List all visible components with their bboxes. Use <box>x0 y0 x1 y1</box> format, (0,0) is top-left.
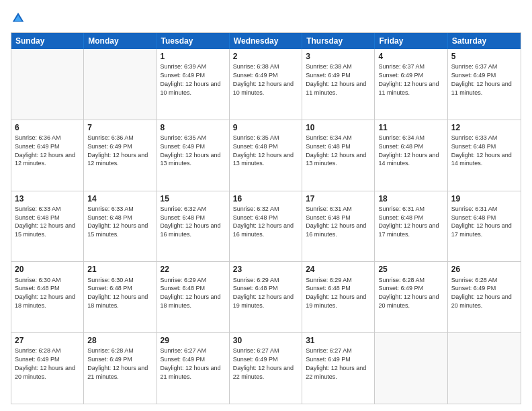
day-number: 16 <box>233 193 298 204</box>
table-row: 28Sunrise: 6:28 AMSunset: 6:49 PMDayligh… <box>84 333 157 404</box>
day-number: 13 <box>15 193 80 204</box>
table-row: 5Sunrise: 6:37 AMSunset: 6:49 PMDaylight… <box>448 49 521 120</box>
table-row: 25Sunrise: 6:28 AMSunset: 6:49 PMDayligh… <box>375 262 447 332</box>
cell-details: Sunrise: 6:31 AMSunset: 6:48 PMDaylight:… <box>451 205 512 238</box>
day-number: 14 <box>87 193 152 204</box>
table-row: 12Sunrise: 6:33 AMSunset: 6:48 PMDayligh… <box>448 120 521 191</box>
cell-details: Sunrise: 6:35 AMSunset: 6:49 PMDaylight:… <box>161 134 221 167</box>
logo-icon <box>11 11 26 26</box>
calendar-body: 1Sunrise: 6:39 AMSunset: 6:49 PMDaylight… <box>11 49 521 404</box>
cell-details: Sunrise: 6:27 AMSunset: 6:49 PMDaylight:… <box>161 347 221 379</box>
day-number: 23 <box>233 264 298 275</box>
day-number: 6 <box>15 122 80 133</box>
header-day-friday: Friday <box>375 33 447 49</box>
cell-details: Sunrise: 6:35 AMSunset: 6:48 PMDaylight:… <box>233 134 294 167</box>
day-number: 29 <box>161 335 226 346</box>
table-row: 24Sunrise: 6:29 AMSunset: 6:48 PMDayligh… <box>302 262 375 332</box>
table-row: 6Sunrise: 6:36 AMSunset: 6:49 PMDaylight… <box>11 120 84 191</box>
day-number: 11 <box>378 122 443 133</box>
day-number: 30 <box>233 335 298 346</box>
table-row: 22Sunrise: 6:29 AMSunset: 6:48 PMDayligh… <box>157 262 230 332</box>
cell-details: Sunrise: 6:27 AMSunset: 6:49 PMDaylight:… <box>306 347 366 379</box>
cell-details: Sunrise: 6:30 AMSunset: 6:48 PMDaylight:… <box>15 277 75 309</box>
page: SundayMondayTuesdayWednesdayThursdayFrid… <box>0 0 532 411</box>
day-number: 31 <box>306 335 371 346</box>
cell-details: Sunrise: 6:31 AMSunset: 6:48 PMDaylight:… <box>378 205 439 238</box>
day-number: 15 <box>161 193 226 204</box>
cell-details: Sunrise: 6:33 AMSunset: 6:48 PMDaylight:… <box>15 205 75 238</box>
header-day-saturday: Saturday <box>448 33 521 49</box>
cell-details: Sunrise: 6:27 AMSunset: 6:49 PMDaylight:… <box>233 347 294 379</box>
day-number: 25 <box>378 264 443 275</box>
table-row: 11Sunrise: 6:34 AMSunset: 6:48 PMDayligh… <box>375 120 447 191</box>
cell-details: Sunrise: 6:28 AMSunset: 6:49 PMDaylight:… <box>15 347 75 379</box>
table-row <box>84 49 157 120</box>
calendar-week-5: 27Sunrise: 6:28 AMSunset: 6:49 PMDayligh… <box>11 332 521 404</box>
table-row: 26Sunrise: 6:28 AMSunset: 6:49 PMDayligh… <box>448 262 521 332</box>
table-row: 15Sunrise: 6:32 AMSunset: 6:48 PMDayligh… <box>157 191 230 262</box>
table-row: 8Sunrise: 6:35 AMSunset: 6:49 PMDaylight… <box>157 120 230 191</box>
logo <box>11 11 28 26</box>
header-day-monday: Monday <box>84 33 157 49</box>
day-number: 4 <box>378 51 443 62</box>
table-row: 10Sunrise: 6:34 AMSunset: 6:48 PMDayligh… <box>302 120 375 191</box>
table-row: 19Sunrise: 6:31 AMSunset: 6:48 PMDayligh… <box>448 191 521 262</box>
table-row <box>11 49 84 120</box>
table-row: 20Sunrise: 6:30 AMSunset: 6:48 PMDayligh… <box>11 262 84 332</box>
day-number: 1 <box>161 51 226 62</box>
calendar-week-2: 6Sunrise: 6:36 AMSunset: 6:49 PMDaylight… <box>11 120 521 191</box>
day-number: 10 <box>306 122 371 133</box>
day-number: 22 <box>161 264 226 275</box>
table-row: 1Sunrise: 6:39 AMSunset: 6:49 PMDaylight… <box>157 49 230 120</box>
day-number: 24 <box>306 264 371 275</box>
day-number: 3 <box>306 51 371 62</box>
cell-details: Sunrise: 6:34 AMSunset: 6:48 PMDaylight:… <box>306 134 366 167</box>
table-row: 30Sunrise: 6:27 AMSunset: 6:49 PMDayligh… <box>230 333 302 404</box>
table-row: 21Sunrise: 6:30 AMSunset: 6:48 PMDayligh… <box>84 262 157 332</box>
header-day-wednesday: Wednesday <box>230 33 302 49</box>
day-number: 9 <box>233 122 298 133</box>
calendar-week-4: 20Sunrise: 6:30 AMSunset: 6:48 PMDayligh… <box>11 261 521 332</box>
table-row <box>375 333 447 404</box>
header-day-thursday: Thursday <box>302 33 375 49</box>
cell-details: Sunrise: 6:29 AMSunset: 6:48 PMDaylight:… <box>306 277 366 309</box>
cell-details: Sunrise: 6:37 AMSunset: 6:49 PMDaylight:… <box>378 63 439 95</box>
header <box>11 11 521 26</box>
table-row: 16Sunrise: 6:32 AMSunset: 6:48 PMDayligh… <box>230 191 302 262</box>
calendar-week-1: 1Sunrise: 6:39 AMSunset: 6:49 PMDaylight… <box>11 49 521 120</box>
day-number: 27 <box>15 335 80 346</box>
header-day-tuesday: Tuesday <box>157 33 230 49</box>
table-row: 9Sunrise: 6:35 AMSunset: 6:48 PMDaylight… <box>230 120 302 191</box>
table-row: 2Sunrise: 6:38 AMSunset: 6:49 PMDaylight… <box>230 49 302 120</box>
calendar: SundayMondayTuesdayWednesdayThursdayFrid… <box>11 32 521 404</box>
header-day-sunday: Sunday <box>11 33 84 49</box>
table-row: 14Sunrise: 6:33 AMSunset: 6:48 PMDayligh… <box>84 191 157 262</box>
cell-details: Sunrise: 6:29 AMSunset: 6:48 PMDaylight:… <box>161 277 221 309</box>
table-row: 31Sunrise: 6:27 AMSunset: 6:49 PMDayligh… <box>302 333 375 404</box>
cell-details: Sunrise: 6:39 AMSunset: 6:49 PMDaylight:… <box>161 63 221 95</box>
cell-details: Sunrise: 6:31 AMSunset: 6:48 PMDaylight:… <box>306 205 366 238</box>
cell-details: Sunrise: 6:38 AMSunset: 6:49 PMDaylight:… <box>233 63 294 95</box>
day-number: 2 <box>233 51 298 62</box>
table-row: 7Sunrise: 6:36 AMSunset: 6:49 PMDaylight… <box>84 120 157 191</box>
table-row: 17Sunrise: 6:31 AMSunset: 6:48 PMDayligh… <box>302 191 375 262</box>
cell-details: Sunrise: 6:29 AMSunset: 6:48 PMDaylight:… <box>233 277 294 309</box>
table-row: 29Sunrise: 6:27 AMSunset: 6:49 PMDayligh… <box>157 333 230 404</box>
day-number: 20 <box>15 264 80 275</box>
day-number: 28 <box>87 335 152 346</box>
cell-details: Sunrise: 6:37 AMSunset: 6:49 PMDaylight:… <box>451 63 512 95</box>
table-row: 4Sunrise: 6:37 AMSunset: 6:49 PMDaylight… <box>375 49 447 120</box>
table-row: 27Sunrise: 6:28 AMSunset: 6:49 PMDayligh… <box>11 333 84 404</box>
day-number: 26 <box>451 264 517 275</box>
table-row: 3Sunrise: 6:38 AMSunset: 6:49 PMDaylight… <box>302 49 375 120</box>
cell-details: Sunrise: 6:30 AMSunset: 6:48 PMDaylight:… <box>87 277 148 309</box>
day-number: 12 <box>451 122 517 133</box>
day-number: 17 <box>306 193 371 204</box>
table-row <box>448 333 521 404</box>
calendar-week-3: 13Sunrise: 6:33 AMSunset: 6:48 PMDayligh… <box>11 191 521 262</box>
cell-details: Sunrise: 6:34 AMSunset: 6:48 PMDaylight:… <box>378 134 439 167</box>
cell-details: Sunrise: 6:36 AMSunset: 6:49 PMDaylight:… <box>15 134 75 167</box>
cell-details: Sunrise: 6:28 AMSunset: 6:49 PMDaylight:… <box>451 277 512 309</box>
table-row: 13Sunrise: 6:33 AMSunset: 6:48 PMDayligh… <box>11 191 84 262</box>
day-number: 8 <box>161 122 226 133</box>
